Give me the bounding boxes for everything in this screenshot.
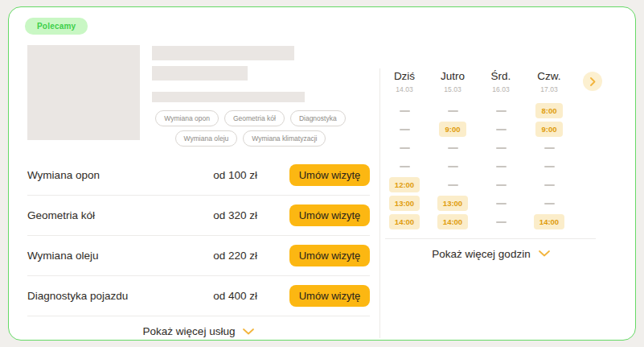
empty-slot-dash	[496, 147, 507, 149]
time-slot-cell	[477, 157, 525, 176]
service-price: od 400 zł	[185, 290, 257, 302]
day-column-today[interactable]: Dziś 14.03	[380, 70, 429, 93]
time-slot-row: 14:0014:0014:00	[380, 213, 627, 231]
time-slot-cell: 9:00	[429, 120, 477, 138]
empty-slot-dash	[544, 147, 555, 149]
show-more-services-label: Pokaż więcej usług	[143, 325, 236, 337]
time-slot-cell	[525, 157, 573, 176]
workshop-panel: Wymiana opon Geometria kół Diagnostyka W…	[9, 35, 379, 341]
time-slot-cell: 8:00	[525, 101, 573, 120]
time-slot-cell	[429, 157, 477, 176]
empty-slot-dash	[496, 221, 507, 223]
service-row-wymiana-oleju: Wymiana oleju od 220 zł Umów wizytę	[27, 235, 370, 275]
recommended-workshop-card: Polecamy Wymiana opon Geometria kół Diag…	[8, 6, 636, 341]
time-slot-row	[380, 157, 627, 176]
tag-wymiana-opon[interactable]: Wymiana opon	[155, 110, 219, 126]
empty-slot-dash	[496, 166, 507, 167]
empty-slot-dash	[496, 129, 507, 130]
empty-slot-dash	[544, 184, 555, 186]
time-slot-row: 12:00	[380, 176, 627, 194]
chevron-down-icon	[539, 250, 550, 257]
chevron-right-icon	[590, 77, 596, 86]
time-slot-cell	[380, 120, 429, 138]
time-slot-row: 8:00	[380, 101, 627, 120]
tag-diagnostyka[interactable]: Diagnostyka	[290, 110, 346, 126]
time-slot-cell	[380, 138, 429, 157]
time-slot-chip[interactable]: 9:00	[535, 122, 562, 137]
workshop-photo-placeholder	[27, 45, 140, 140]
service-row-wymiana-opon: Wymiana opon od 100 zł Umów wizytę	[27, 155, 370, 195]
service-price: od 100 zł	[185, 169, 257, 181]
workshop-address-placeholder	[152, 92, 305, 102]
tag-geometria-kol[interactable]: Geometria kół	[224, 110, 285, 126]
time-slot-chip[interactable]: 14:00	[389, 214, 420, 229]
book-visit-button[interactable]: Umów wizytę	[289, 285, 370, 307]
day-column-tomorrow[interactable]: Jutro 15.03	[429, 70, 477, 93]
service-row-diagnostyka-pojazdu: Diagnostyka pojazdu od 400 zł Umów wizyt…	[27, 275, 370, 316]
book-visit-button[interactable]: Umów wizytę	[289, 164, 370, 186]
empty-slot-dash	[496, 184, 507, 186]
time-slot-cell	[525, 138, 573, 157]
time-slot-cell	[477, 138, 525, 157]
tag-wymiana-oleju[interactable]: Wymiana oleju	[175, 130, 238, 147]
time-slot-row: 9:009:00	[380, 120, 627, 138]
booking-calendar: Dziś 14.03 Jutro 15.03 Śrd. 16.03 Czw. 1…	[380, 35, 635, 341]
service-name: Diagnostyka pojazdu	[27, 290, 185, 302]
chevron-down-icon	[243, 328, 254, 335]
time-slot-cell	[429, 176, 477, 194]
empty-slot-dash	[496, 203, 507, 204]
time-slot-chip[interactable]: 13:00	[437, 196, 468, 211]
show-more-hours-label: Pokaż więcej godzin	[432, 248, 530, 260]
time-slot-cell	[380, 101, 429, 120]
service-price: od 220 zł	[185, 250, 257, 262]
time-slot-chip[interactable]: 13:00	[389, 196, 420, 211]
service-row-geometria-kol: Geometria kół od 320 zł Umów wizytę	[27, 195, 370, 235]
time-slot-cell	[477, 176, 525, 194]
time-slot-cell: 14:00	[380, 213, 429, 231]
empty-slot-dash	[400, 129, 410, 130]
empty-slot-dash	[448, 166, 458, 167]
show-more-hours[interactable]: Pokaż więcej godzin	[380, 239, 601, 268]
time-slot-chip[interactable]: 14:00	[437, 214, 468, 229]
empty-slot-dash	[400, 166, 410, 167]
calendar-header: Dziś 14.03 Jutro 15.03 Śrd. 16.03 Czw. 1…	[380, 70, 627, 93]
time-slot-cell	[477, 120, 525, 138]
empty-slot-dash	[400, 110, 410, 112]
time-slot-chip[interactable]: 9:00	[439, 122, 466, 137]
time-slot-cell: 9:00	[525, 120, 573, 138]
empty-slot-dash	[496, 110, 507, 112]
time-slot-cell	[380, 157, 429, 176]
tag-wymiana-klimatyzacji[interactable]: Wymiana klimatyzacji	[243, 130, 326, 147]
workshop-rating-placeholder	[152, 66, 248, 81]
time-slot-cell	[477, 101, 525, 120]
time-slot-chip[interactable]: 12:00	[389, 177, 420, 192]
recommended-badge: Polecamy	[25, 18, 88, 35]
show-more-services[interactable]: Pokaż więcej usług	[27, 316, 370, 341]
service-list: Wymiana opon od 100 zł Umów wizytę Geome…	[27, 155, 370, 316]
empty-slot-dash	[448, 184, 458, 186]
time-slot-cell: 13:00	[380, 194, 429, 213]
workshop-name-placeholder	[152, 46, 294, 60]
time-slot-cell: 13:00	[429, 194, 477, 213]
service-price: od 320 zł	[185, 209, 257, 221]
time-slot-cell: 14:00	[525, 213, 573, 231]
time-slot-cell	[429, 138, 477, 157]
book-visit-button[interactable]: Umów wizytę	[289, 204, 370, 226]
day-column-wednesday[interactable]: Śrd. 16.03	[477, 70, 525, 93]
service-name: Geometria kół	[27, 209, 185, 221]
time-slot-chip[interactable]: 14:00	[534, 214, 564, 229]
next-days-button[interactable]	[583, 72, 602, 91]
time-slot-cell	[525, 176, 573, 194]
time-slot-cell	[525, 194, 573, 213]
empty-slot-dash	[448, 147, 458, 149]
book-visit-button[interactable]: Umów wizytę	[289, 245, 370, 266]
service-name: Wymiana opon	[27, 169, 185, 181]
day-column-thursday[interactable]: Czw. 17.03	[525, 70, 573, 93]
time-slot-cell: 12:00	[380, 176, 429, 194]
time-slot-cell: 14:00	[429, 213, 477, 231]
time-slot-chip[interactable]: 8:00	[535, 103, 562, 118]
service-name: Wymiana oleju	[27, 250, 185, 262]
time-slot-cell	[429, 101, 477, 120]
empty-slot-dash	[400, 147, 410, 149]
empty-slot-dash	[448, 110, 458, 112]
